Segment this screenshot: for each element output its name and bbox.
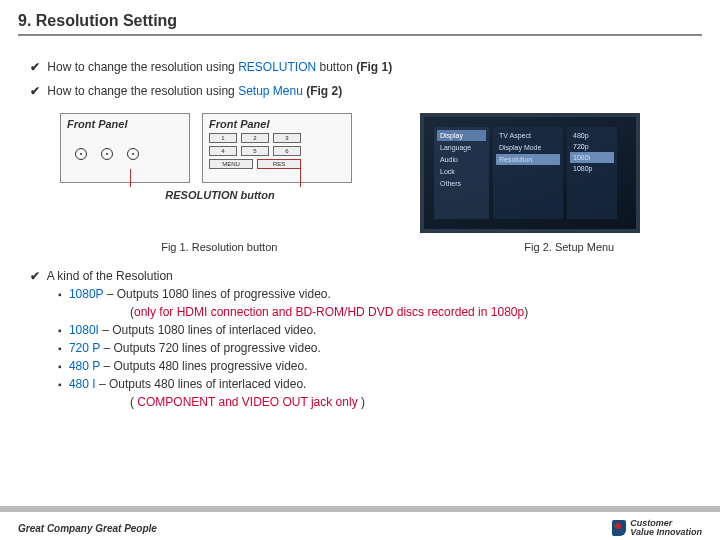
text: )	[358, 395, 365, 409]
logo-icon	[612, 520, 626, 536]
res-name: 480 P	[69, 359, 100, 373]
list-item: ▪ 720 P – Outputs 720 lines of progressi…	[58, 339, 690, 357]
panel-key: MENU	[209, 159, 253, 169]
figure-2: Display Language Audio Lock Others TV As…	[420, 113, 640, 233]
menu-item: Others	[437, 178, 486, 189]
resolution-button-label: RESOLUTION button	[60, 189, 380, 201]
footer-divider	[0, 506, 720, 512]
caption-2: Fig 2. Setup Menu	[449, 241, 690, 253]
check-icon: ✔	[30, 60, 40, 74]
figure-captions: Fig 1. Resolution button Fig 2. Setup Me…	[60, 241, 690, 253]
footer: Great Company Great People Customer Valu…	[0, 516, 720, 540]
instruction-line-2: ✔ How to change the resolution using Set…	[30, 84, 690, 98]
text: How to change the resolution using	[47, 84, 238, 98]
menu-item: Display	[437, 130, 486, 141]
panel-label: Front Panel	[209, 118, 345, 130]
list-note: ( COMPONENT and VIDEO OUT jack only )	[130, 393, 690, 411]
page-title: 9. Resolution Setting	[18, 12, 702, 36]
check-icon: ✔	[30, 84, 40, 98]
text: )	[524, 305, 528, 319]
panel-key: 6	[273, 146, 301, 156]
panel-button-icon	[127, 148, 139, 160]
res-name: 1080P	[69, 287, 103, 301]
menu-item: TV Aspect	[496, 130, 560, 141]
list-item: ▪ 480 I – Outputs 480 lines of interlace…	[58, 375, 690, 393]
fig-ref: (Fig 1)	[356, 60, 392, 74]
res-desc: – Outputs 1080 lines of progressive vide…	[107, 287, 331, 301]
res-name: 1080I	[69, 323, 99, 337]
menu-item: 720p	[570, 141, 614, 152]
panel-key: 1	[209, 133, 237, 143]
menu-item: 1080p	[570, 163, 614, 174]
text: How to change the resolution using	[47, 60, 238, 74]
res-desc: – Outputs 480 lines of interlaced video.	[99, 377, 306, 391]
tv-menu-categories: Display Language Audio Lock Others	[434, 127, 489, 219]
text: button	[320, 60, 357, 74]
keyword: RESOLUTION	[238, 60, 316, 74]
list-note: (only for HDMI connection and BD-ROM/HD …	[130, 303, 690, 321]
menu-item: Lock	[437, 166, 486, 177]
res-desc: – Outputs 1080 lines of interlaced video…	[102, 323, 316, 337]
list-heading: A kind of the Resolution	[47, 269, 173, 283]
panel-button-icon	[75, 148, 87, 160]
menu-item: 480p	[570, 130, 614, 141]
res-desc: – Outputs 720 lines of progressive video…	[103, 341, 320, 355]
note-text: COMPONENT and VIDEO OUT jack only	[137, 395, 357, 409]
check-icon: ✔	[30, 269, 40, 283]
figures-row: Front Panel Front Panel 1 2 3	[60, 113, 690, 233]
res-name: 480 I	[69, 377, 99, 391]
figure-1: Front Panel Front Panel 1 2 3	[60, 113, 380, 201]
footer-tagline: Great Company Great People	[18, 523, 157, 534]
panel-key: 4	[209, 146, 237, 156]
list-item: ▪ 480 P – Outputs 480 lines progressive …	[58, 357, 690, 375]
menu-item: Resolution	[496, 154, 560, 165]
panel-button-icon	[101, 148, 113, 160]
note-text: only for HDMI connection and BD-ROM/HD D…	[134, 305, 524, 319]
instruction-line-1: ✔ How to change the resolution using RES…	[30, 60, 690, 74]
panel-key: 5	[241, 146, 269, 156]
panel-key: 3	[273, 133, 301, 143]
list-item: ▪ 1080P – Outputs 1080 lines of progress…	[58, 285, 690, 303]
fig-ref: (Fig 2)	[306, 84, 342, 98]
footer-logo: Customer Value Innovation	[612, 519, 702, 537]
list-item: ▪ 1080I – Outputs 1080 lines of interlac…	[58, 321, 690, 339]
resolution-list: ✔ A kind of the Resolution ▪ 1080P – Out…	[30, 267, 690, 411]
tv-menu-values: 480p 720p 1080i 1080p	[567, 127, 617, 219]
panel-key-resolution: RES	[257, 159, 301, 169]
tv-menu-options: TV Aspect Display Mode Resolution	[493, 127, 563, 219]
menu-item: Audio	[437, 154, 486, 165]
front-panel-left: Front Panel	[60, 113, 190, 183]
menu-item: Language	[437, 142, 486, 153]
tv-screen: Display Language Audio Lock Others TV As…	[420, 113, 640, 233]
res-name: 720 P	[69, 341, 100, 355]
res-desc: – Outputs 480 lines progressive video.	[103, 359, 307, 373]
front-panel-right: Front Panel 1 2 3 4 5 6 MENU RES	[202, 113, 352, 183]
logo-text: Value Innovation	[630, 528, 702, 537]
keyword: Setup Menu	[238, 84, 303, 98]
panel-key: 2	[241, 133, 269, 143]
menu-item: 1080i	[570, 152, 614, 163]
caption-1: Fig 1. Resolution button	[60, 241, 359, 253]
menu-item: Display Mode	[496, 142, 560, 153]
panel-label: Front Panel	[67, 118, 183, 130]
